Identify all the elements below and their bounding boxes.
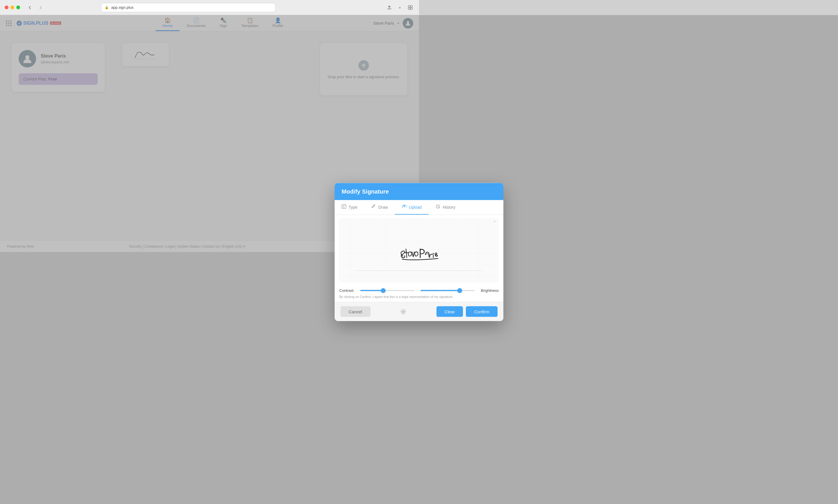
- tab-type[interactable]: Type: [335, 200, 364, 215]
- svg-rect-0: [408, 5, 410, 7]
- tabs-button[interactable]: [406, 3, 414, 12]
- url-text: app.sign.plus: [111, 5, 134, 10]
- signature-canvas[interactable]: [339, 219, 419, 241]
- forward-button[interactable]: [36, 3, 45, 12]
- tab-upload-label: Upload: [409, 205, 419, 210]
- type-icon: [342, 204, 346, 210]
- browser-nav-controls: [26, 3, 45, 12]
- svg-rect-2: [408, 8, 410, 10]
- draw-icon: [371, 204, 376, 210]
- upload-icon: [402, 204, 407, 210]
- minimize-button[interactable]: [11, 5, 14, 9]
- lock-icon: 🔒: [105, 5, 109, 9]
- page-content: Steve Paris i@steveparis.net Current Pla…: [0, 31, 419, 240]
- modal-tabs: Type Draw: [335, 200, 419, 215]
- address-bar[interactable]: 🔒 app.sign.plus: [101, 3, 276, 12]
- share-button[interactable]: [385, 3, 393, 12]
- tab-type-label: Type: [348, 205, 357, 210]
- svg-rect-3: [411, 8, 412, 10]
- modify-signature-modal: Modify Signature Type: [335, 183, 419, 241]
- tab-upload[interactable]: Upload: [395, 200, 419, 215]
- back-button[interactable]: [26, 3, 34, 12]
- new-tab-button[interactable]: +: [396, 3, 404, 12]
- traffic-lights: [5, 5, 20, 9]
- canvas-grid: [339, 219, 419, 241]
- modal-header: Modify Signature: [335, 183, 419, 200]
- app-container: SIGN.PLUS by Alohi 🏠 Home 📄 Documents ✒️…: [0, 15, 419, 252]
- tab-draw[interactable]: Draw: [364, 200, 395, 215]
- maximize-button[interactable]: [16, 5, 20, 9]
- browser-right-controls: +: [385, 3, 414, 12]
- tab-draw-label: Draw: [378, 205, 388, 210]
- close-button[interactable]: [5, 5, 8, 9]
- svg-rect-1: [411, 5, 412, 7]
- modal-title: Modify Signature: [342, 188, 419, 195]
- browser-chrome: 🔒 app.sign.plus +: [0, 0, 419, 15]
